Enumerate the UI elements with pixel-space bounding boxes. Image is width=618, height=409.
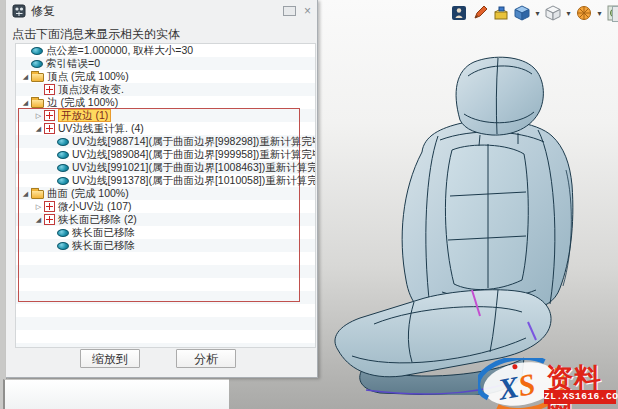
- tree-item-label: 索引错误=0: [46, 57, 100, 70]
- zoom-to-button[interactable]: 缩放到: [80, 349, 140, 368]
- pencil-icon[interactable]: [471, 4, 489, 22]
- tree-row[interactable]: ◢ UV边线重计算. (4): [16, 122, 315, 135]
- folder-icon: [31, 190, 44, 199]
- tree-row[interactable]: ◢ 边 (完成 100%): [16, 96, 315, 109]
- expander-icon[interactable]: ◢: [20, 190, 31, 198]
- toolbox-icon[interactable]: [492, 4, 510, 22]
- message-dot-icon: [57, 242, 69, 250]
- message-dot-icon: [57, 177, 69, 185]
- expander-icon[interactable]: ▷: [33, 112, 44, 120]
- message-dot-icon: [57, 151, 69, 159]
- restore-icon[interactable]: [283, 6, 296, 16]
- view-toolbar: ▾ ▾ ▾ ▾: [450, 4, 618, 22]
- plus-badge-icon: [44, 201, 55, 212]
- message-dot-icon: [57, 229, 69, 237]
- watermark-site-url: ZL.XS1616.COM: [544, 390, 616, 404]
- tree-item-label: UV边线[991021](属于曲面边界[1008463])重新计算完毕.: [72, 161, 316, 174]
- tree-row[interactable]: 点公差=1.000000, 取样大小=30: [16, 44, 315, 57]
- tree-item-label: 狭长面已移除: [72, 239, 135, 252]
- folder-icon: [31, 73, 44, 82]
- tree-item-label: UV边线[991378](属于曲面边界[1010058])重新计算完毕.: [72, 174, 316, 187]
- plus-badge-icon: [44, 84, 55, 95]
- expander-icon[interactable]: ◢: [33, 216, 44, 224]
- plus-badge-icon: [44, 123, 55, 134]
- plus-badge-icon: [44, 214, 55, 225]
- tree-item-label: UV边线[989084](属于曲面边界[999958])重新计算完毕.: [72, 148, 316, 161]
- tree-row[interactable]: UV边线[988714](属于曲面边界[998298])重新计算完毕.: [16, 135, 315, 148]
- message-dot-icon: [31, 60, 43, 68]
- watermark-logo: XS 资料网 ZL.XS1616.COM: [478, 358, 618, 408]
- expander-icon[interactable]: ◢: [20, 73, 31, 81]
- tree-item-label: 点公差=1.000000, 取样大小=30: [46, 44, 193, 57]
- message-dot-icon: [31, 47, 43, 55]
- repair-icon: [12, 4, 26, 18]
- chevron-down-icon[interactable]: ▾: [565, 9, 572, 18]
- panel-title: 修复: [31, 3, 55, 20]
- tree-item-label: 开放边 (1): [58, 109, 111, 122]
- chevron-down-icon[interactable]: ▾: [534, 9, 541, 18]
- tree-row[interactable]: UV边线[991021](属于曲面边界[1008463])重新计算完毕.: [16, 161, 315, 174]
- tree-row[interactable]: 狭长面已移除: [16, 226, 315, 239]
- tree-item-label: 曲面 (完成 100%): [47, 187, 129, 200]
- person-icon[interactable]: [450, 4, 468, 22]
- tree-item-label: 微小UV边 (107): [58, 200, 132, 213]
- tree-row[interactable]: ▷ 微小UV边 (107): [16, 200, 315, 213]
- tree-item-label: UV边线重计算. (4): [58, 122, 144, 135]
- plus-badge-icon: [44, 110, 55, 121]
- tree-item-label: 狭长面已移除: [72, 226, 135, 239]
- tree-row[interactable]: 顶点没有改变.: [16, 83, 315, 96]
- tree-row[interactable]: ◢ 曲面 (完成 100%): [16, 187, 315, 200]
- tree-item-label: 狭长面已移除 (2): [58, 213, 137, 226]
- background-window: [3, 379, 229, 409]
- tree-row[interactable]: ◢ 顶点 (完成 100%): [16, 70, 315, 83]
- tree-item-label: 顶点 (完成 100%): [47, 70, 129, 83]
- message-dot-icon: [57, 138, 69, 146]
- tree-row[interactable]: UV边线[989084](属于曲面边界[999958])重新计算完毕.: [16, 148, 315, 161]
- svg-text:XS: XS: [495, 367, 538, 406]
- folder-icon: [31, 99, 44, 108]
- shaded-view-icon[interactable]: [513, 4, 531, 22]
- seat-3d-model[interactable]: [322, 40, 582, 395]
- repair-panel: 修复 × 点击下面消息来显示相关的实体 点公差=1.000000, 取样大小=3…: [6, 0, 318, 378]
- expander-icon[interactable]: ◢: [20, 99, 31, 107]
- close-icon[interactable]: ×: [304, 5, 311, 17]
- tree-row[interactable]: UV边线[991378](属于曲面边界[1010058])重新计算完毕.: [16, 174, 315, 187]
- chevron-down-icon[interactable]: ▾: [596, 9, 603, 18]
- tree-item-label: UV边线[988714](属于曲面边界[998298])重新计算完毕.: [72, 135, 316, 148]
- message-tree: 点公差=1.000000, 取样大小=30 索引错误=0 ◢ 顶点 (完成 10…: [15, 43, 316, 348]
- analyze-button[interactable]: 分析: [176, 349, 236, 368]
- tree-row[interactable]: 索引错误=0: [16, 57, 315, 70]
- tree-row[interactable]: ◢ 狭长面已移除 (2): [16, 213, 315, 226]
- button-row: 缩放到 分析: [6, 349, 317, 373]
- message-dot-icon: [57, 164, 69, 172]
- wireframe-view-icon[interactable]: [544, 4, 562, 22]
- render-style-icon[interactable]: [575, 4, 593, 22]
- expander-icon[interactable]: ◢: [33, 125, 44, 133]
- tree-row[interactable]: ▷ 开放边 (1): [16, 109, 315, 122]
- application-window: ▾ ▾ ▾ ▾ 修复 × 点击下面消息来显示相关的实体 点公差=1.000000…: [0, 0, 618, 409]
- tree-item-label: 顶点没有改变.: [58, 83, 124, 96]
- tree-row[interactable]: 狭长面已移除: [16, 239, 315, 252]
- repair-panel-titlebar: 修复 ×: [6, 0, 317, 22]
- tree-item-label: 边 (完成 100%): [47, 96, 118, 109]
- expander-icon[interactable]: ▷: [33, 203, 44, 211]
- clipped-toolbar-icon[interactable]: [612, 6, 618, 22]
